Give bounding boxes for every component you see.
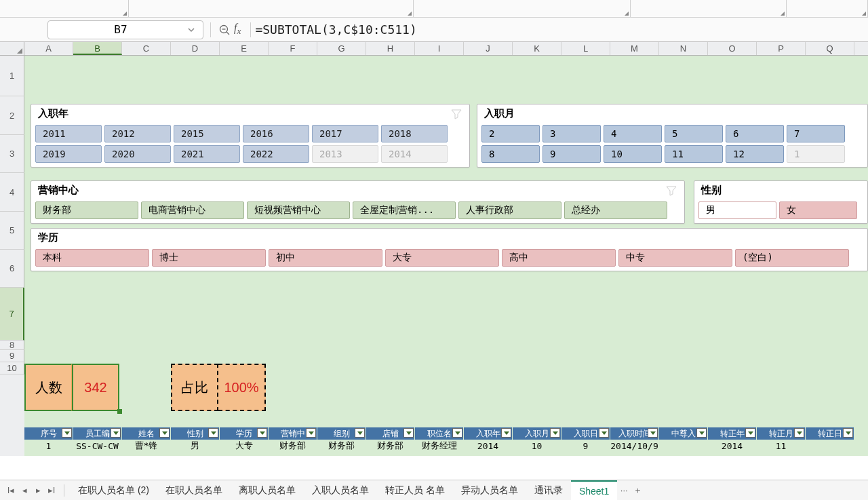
slicer-edu-item[interactable]: 博士	[152, 249, 266, 267]
name-box[interactable]: B7	[47, 20, 203, 39]
row-header-4[interactable]: 4	[0, 173, 24, 212]
filter-dropdown-icon[interactable]	[696, 428, 707, 438]
col-header-L[interactable]: L	[561, 42, 610, 55]
fx-label[interactable]: fx	[234, 22, 241, 37]
slicer-month-item[interactable]: 11	[665, 145, 723, 163]
row-header-7[interactable]: 7	[0, 288, 24, 341]
slicer-dept-item[interactable]: 财务部	[35, 201, 138, 219]
slicer-year-item[interactable]: 2020	[104, 145, 171, 163]
col-header-E[interactable]: E	[220, 42, 269, 55]
table-data-cell[interactable]	[659, 440, 708, 452]
slicer-month[interactable]: 入职月 234567891011121	[477, 104, 868, 168]
filter-dropdown-icon[interactable]	[794, 428, 804, 438]
slicer-dept-item[interactable]: 电商营销中心	[141, 201, 244, 219]
filter-dropdown-icon[interactable]	[62, 428, 72, 438]
slicer-month-item[interactable]: 5	[665, 125, 723, 142]
slicer-edu-item[interactable]: 初中	[269, 249, 382, 267]
slicer-month-item[interactable]: 10	[604, 145, 662, 163]
slicer-dept-item[interactable]: 人事行政部	[458, 201, 561, 219]
slicer-edu-item[interactable]: 中专	[618, 249, 732, 267]
slicer-edu[interactable]: 学历 本科博士初中大专高中中专(空白)	[31, 228, 868, 271]
slicer-month-item[interactable]: 1	[787, 145, 845, 163]
filter-dropdown-icon[interactable]	[355, 428, 365, 438]
slicer-month-item[interactable]: 3	[542, 125, 601, 142]
row-header-10[interactable]: 10	[0, 362, 24, 374]
col-header-Q[interactable]: Q	[806, 42, 854, 55]
slicer-year-item[interactable]: 2015	[174, 125, 240, 142]
table-data-cell[interactable]: 10	[513, 440, 561, 452]
slicer-year-item[interactable]: 2018	[381, 125, 448, 142]
slicer-edu-item[interactable]: 大专	[385, 249, 499, 267]
filter-dropdown-icon[interactable]	[452, 428, 462, 438]
filter-dropdown-icon[interactable]	[550, 428, 560, 438]
table-data-cell[interactable]: SS-CW-CW	[73, 440, 122, 452]
zoom-out-icon[interactable]	[215, 24, 234, 36]
col-header-B[interactable]: B	[73, 42, 122, 55]
filter-dropdown-icon[interactable]	[306, 428, 316, 438]
col-header-K[interactable]: K	[513, 42, 561, 55]
table-data-cell[interactable]: 财务部	[366, 440, 415, 452]
slicer-month-item[interactable]: 8	[481, 145, 540, 163]
clear-filter-icon[interactable]	[665, 185, 677, 197]
slicer-year[interactable]: 入职年 201120122015201620172018201920202021…	[31, 104, 470, 168]
slicer-year-item[interactable]: 2016	[243, 125, 309, 142]
name-box-dropdown-icon[interactable]	[186, 25, 196, 35]
slicer-dept-item[interactable]: 总经办	[564, 201, 667, 219]
col-header-O[interactable]: O	[708, 42, 757, 55]
row-header-8[interactable]: 8	[0, 341, 24, 350]
row-header-5[interactable]: 5	[0, 212, 24, 250]
col-header-A[interactable]: A	[24, 42, 73, 55]
col-header-P[interactable]: P	[757, 42, 806, 55]
slicer-edu-item[interactable]: (空白)	[735, 249, 849, 267]
slicer-year-item[interactable]: 2012	[104, 125, 171, 142]
clear-filter-icon[interactable]	[450, 108, 462, 120]
row-header-9[interactable]: 9	[0, 350, 24, 362]
col-header-G[interactable]: G	[317, 42, 366, 55]
table-data-cell[interactable]: 1	[24, 440, 73, 452]
col-header-F[interactable]: F	[269, 42, 317, 55]
row-header-6[interactable]: 6	[0, 250, 24, 288]
filter-dropdown-icon[interactable]	[403, 428, 414, 438]
filter-dropdown-icon[interactable]	[648, 428, 658, 438]
slicer-month-item[interactable]: 2	[481, 125, 540, 142]
table-data-cell[interactable]: 2014	[464, 440, 513, 452]
table-data-cell[interactable]: 11	[757, 440, 806, 452]
col-header-M[interactable]: M	[610, 42, 659, 55]
col-header-N[interactable]: N	[659, 42, 708, 55]
table-data-cell[interactable]: 财务经理	[415, 440, 464, 452]
table-data-cell[interactable]: 男	[171, 440, 220, 452]
table-data-cell[interactable]	[806, 440, 854, 452]
slicer-month-item[interactable]: 6	[726, 125, 784, 142]
slicer-year-item[interactable]: 2022	[243, 145, 309, 163]
slicer-gender-item[interactable]: 女	[779, 201, 857, 219]
slicer-edu-item[interactable]: 高中	[502, 249, 616, 267]
col-header-I[interactable]: I	[415, 42, 464, 55]
select-all-corner[interactable]	[0, 42, 24, 55]
table-data-cell[interactable]: 2014	[708, 440, 757, 452]
sheet-cells[interactable]: 入职年 201120122015201620172018201920202021…	[24, 56, 868, 456]
slicer-gender[interactable]: 性别 男女	[694, 180, 868, 224]
slicer-gender-item[interactable]: 男	[698, 201, 776, 219]
slicer-edu-item[interactable]: 本科	[35, 249, 149, 267]
slicer-year-item[interactable]: 2019	[35, 145, 102, 163]
table-data-cell[interactable]: 曹*锋	[122, 440, 171, 452]
row-header-3[interactable]: 3	[0, 135, 24, 173]
col-header-J[interactable]: J	[464, 42, 513, 55]
slicer-year-item[interactable]: 2021	[174, 145, 240, 163]
filter-dropdown-icon[interactable]	[208, 428, 218, 438]
slicer-dept-item[interactable]: 短视频营销中心	[247, 201, 350, 219]
col-header-C[interactable]: C	[122, 42, 171, 55]
table-data-cell[interactable]: 2014/10/9	[610, 440, 659, 452]
filter-dropdown-icon[interactable]	[501, 428, 511, 438]
filter-dropdown-icon[interactable]	[111, 428, 121, 438]
filter-dropdown-icon[interactable]	[843, 428, 853, 438]
filter-dropdown-icon[interactable]	[257, 428, 267, 438]
row-header-2[interactable]: 2	[0, 96, 24, 135]
filter-dropdown-icon[interactable]	[745, 428, 755, 438]
filter-dropdown-icon[interactable]	[159, 428, 170, 438]
table-data-cell[interactable]: 财务部	[317, 440, 366, 452]
slicer-month-item[interactable]: 9	[542, 145, 601, 163]
filter-dropdown-icon[interactable]	[599, 428, 609, 438]
col-header-D[interactable]: D	[171, 42, 220, 55]
slicer-year-item[interactable]: 2013	[312, 145, 378, 163]
